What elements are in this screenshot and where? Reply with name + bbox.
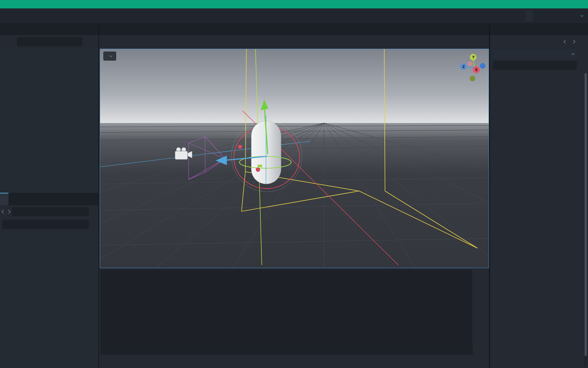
detach-script-button[interactable] bbox=[84, 39, 90, 45]
menubar bbox=[0, 8, 588, 23]
svg-text:X: X bbox=[475, 68, 478, 72]
filter-messages-row bbox=[100, 345, 473, 355]
object-docs-icon[interactable] bbox=[580, 39, 585, 45]
node-selector-dropdown[interactable] bbox=[493, 49, 577, 59]
maximize-button[interactable] bbox=[556, 0, 572, 8]
renderer-dropdown[interactable] bbox=[579, 8, 583, 23]
viewport-3d[interactable]: Y Z X bbox=[100, 49, 489, 268]
run-toolbar bbox=[526, 10, 533, 21]
scene-tree-menu-icon[interactable] bbox=[92, 40, 96, 44]
property-tools-icon[interactable] bbox=[580, 62, 585, 68]
tab-filesystem[interactable] bbox=[0, 193, 8, 205]
instance-scene-button[interactable] bbox=[9, 39, 15, 45]
filesystem-dock-tabs bbox=[0, 193, 98, 205]
godot-editor-window: Y Z X bbox=[0, 0, 588, 368]
plus-icon bbox=[103, 27, 108, 32]
scene-tabs-strip bbox=[99, 23, 489, 35]
origin-handle[interactable] bbox=[256, 168, 260, 172]
bottom-tabs-bar bbox=[99, 355, 489, 368]
nav-forward-icon[interactable] bbox=[6, 210, 10, 213]
filesystem-menu-icon[interactable] bbox=[90, 197, 95, 202]
sort-files-icon[interactable] bbox=[91, 222, 96, 227]
expand-bottom-panel-icon[interactable] bbox=[481, 359, 486, 364]
add-node-button[interactable] bbox=[2, 39, 7, 45]
close-button[interactable] bbox=[572, 0, 588, 8]
load-resource-icon[interactable] bbox=[503, 39, 508, 45]
resource-menu-icon[interactable] bbox=[522, 40, 527, 44]
character-body-icon bbox=[496, 52, 500, 56]
new-scene-tab-button[interactable] bbox=[99, 23, 112, 35]
inspector-toolbar bbox=[490, 35, 588, 48]
dock-menu-icon[interactable] bbox=[90, 27, 95, 32]
output-log[interactable] bbox=[100, 270, 472, 346]
viewport-scene: Y Z X bbox=[100, 49, 489, 268]
svg-text:Z: Z bbox=[462, 65, 465, 69]
minimize-button[interactable] bbox=[541, 0, 556, 8]
inspector-dock bbox=[490, 23, 588, 368]
inspector-menu-icon[interactable] bbox=[580, 27, 584, 32]
perspective-button[interactable] bbox=[103, 52, 116, 61]
history-back-icon[interactable] bbox=[564, 40, 567, 43]
filesystem-tree bbox=[0, 231, 98, 368]
y-scale-handle[interactable] bbox=[258, 165, 262, 167]
godot-logo-icon bbox=[2, 2, 7, 7]
center-panel: Y Z X bbox=[99, 23, 489, 368]
filter-files-input[interactable] bbox=[5, 222, 80, 227]
scene-filter-input[interactable] bbox=[19, 39, 74, 45]
search-icon bbox=[570, 63, 574, 68]
status-cluster bbox=[459, 359, 486, 364]
x-scale-handle[interactable] bbox=[238, 145, 242, 149]
history-forward-icon[interactable] bbox=[571, 40, 575, 43]
nav-back-icon[interactable] bbox=[1, 210, 5, 213]
filesystem-nav bbox=[0, 205, 98, 218]
titlebar bbox=[0, 0, 588, 8]
filesystem-filter-row bbox=[0, 218, 98, 231]
inspector-scrollbar[interactable] bbox=[584, 72, 587, 367]
inspector-tabs-strip bbox=[490, 23, 588, 35]
search-icon bbox=[82, 222, 86, 227]
save-resource-icon[interactable] bbox=[512, 39, 518, 45]
scene-toolbar bbox=[0, 35, 98, 48]
split-view-icon[interactable] bbox=[91, 209, 96, 214]
filter-properties-input[interactable] bbox=[495, 62, 568, 68]
left-dock bbox=[0, 23, 98, 368]
inspector-properties bbox=[490, 71, 588, 72]
scene-dock-tabs bbox=[0, 23, 98, 35]
viewport-toolbar bbox=[99, 35, 489, 49]
notification-bell-icon[interactable] bbox=[459, 359, 464, 364]
new-resource-icon[interactable] bbox=[493, 39, 498, 45]
pin-bottom-panel-icon[interactable] bbox=[472, 359, 477, 364]
bottom-panel bbox=[99, 268, 489, 368]
filter-messages-input[interactable] bbox=[103, 347, 464, 353]
svg-text:Y: Y bbox=[472, 55, 475, 59]
fullscreen-icon[interactable] bbox=[480, 27, 485, 32]
scene-tree bbox=[0, 48, 98, 193]
open-documentation-icon[interactable] bbox=[580, 51, 585, 57]
search-icon bbox=[466, 348, 470, 352]
path-input[interactable] bbox=[14, 209, 86, 215]
search-icon bbox=[75, 40, 80, 44]
